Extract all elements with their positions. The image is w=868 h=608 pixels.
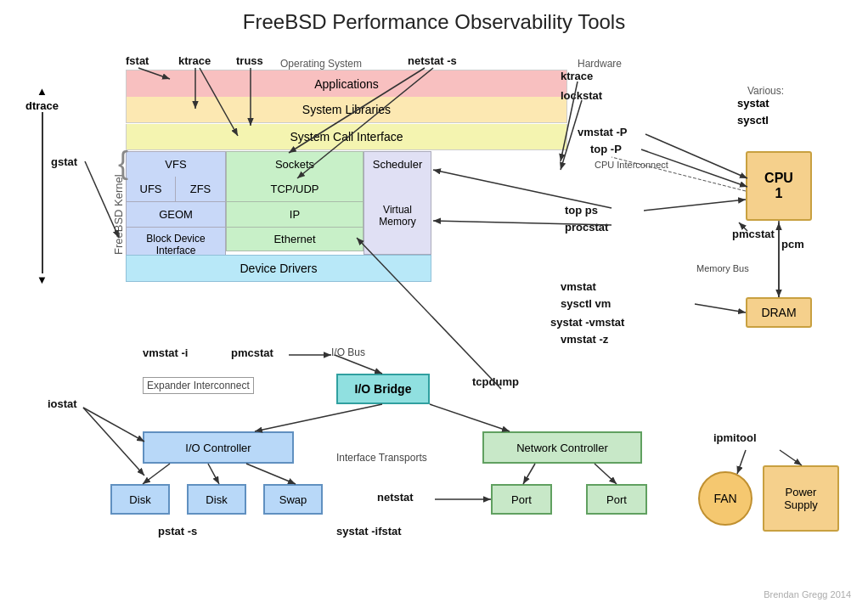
page: FreeBSD Performance Observability Tools … <box>0 0 868 608</box>
pcm-label: pcm <box>781 238 804 251</box>
power-supply-label: Power Supply <box>784 486 818 511</box>
dtrace-label-top: ▲ <box>37 85 48 98</box>
pmcstat-bottom-label: pmcstat <box>231 346 273 359</box>
iostat-label: iostat <box>48 397 77 410</box>
cpu-box: CPU 1 <box>746 151 812 221</box>
vmstat-label: vmstat <box>561 280 596 293</box>
expander-interconnect-label: Expander Interconnect <box>143 377 254 394</box>
cell-vfs: VFS <box>126 151 226 177</box>
io-bus-label: I/O Bus <box>331 346 365 358</box>
io-bridge-box: I/O Bridge <box>336 374 430 404</box>
procstat-label: procstat <box>565 221 608 234</box>
cell-zfs: ZFS <box>176 177 226 202</box>
fstat-label: fstat <box>126 54 149 67</box>
ipmitool-label: ipmitool <box>713 431 757 444</box>
ktrace-hw-label: ktrace <box>561 70 593 82</box>
svg-line-30 <box>595 464 617 484</box>
io-controller-box: I/O Controller <box>143 431 294 464</box>
page-title: FreeBSD Performance Observability Tools <box>0 0 868 41</box>
layer-system-libraries: System Libraries <box>126 97 567 123</box>
systat-vmstat-label: systat -vmstat <box>550 316 624 329</box>
pmcstat-top-label: pmcstat <box>732 228 775 240</box>
svg-line-24 <box>83 408 144 442</box>
hw-section-label: Hardware <box>578 58 622 70</box>
svg-line-32 <box>737 450 746 474</box>
dram-box: DRAM <box>746 297 812 328</box>
svg-line-33 <box>780 450 802 465</box>
svg-line-26 <box>143 464 170 484</box>
fan-circle: FAN <box>698 471 752 526</box>
cell-virtual-memory: Virtual Memory <box>364 177 431 255</box>
dtrace-arrow-down: ▼ <box>37 273 48 286</box>
cell-sockets: Sockets <box>226 151 364 177</box>
top-p-label: top -P <box>590 143 622 155</box>
svg-line-22 <box>255 404 382 431</box>
sysctl-label: sysctl <box>737 114 769 127</box>
disk2-box: Disk <box>187 484 246 515</box>
port1-box: Port <box>491 484 552 515</box>
layer-syscall: System Call Interface <box>126 124 567 150</box>
pstat-s-label: pstat -s <box>158 525 197 538</box>
ktrace-top-label: ktrace <box>178 54 211 67</box>
truss-label: truss <box>236 54 263 67</box>
svg-line-17 <box>695 304 746 312</box>
svg-line-14 <box>644 200 746 211</box>
vmstat-p-label: vmstat -P <box>578 126 628 138</box>
systat-label: systat <box>737 97 769 110</box>
top-ps-label: top ps <box>565 204 598 217</box>
cpu-interconnect-label: CPU Interconnect <box>595 160 668 170</box>
memory-bus-label: Memory Bus <box>696 263 749 273</box>
lockstat-label: lockstat <box>561 89 602 102</box>
gstat-label: gstat <box>51 155 77 168</box>
cell-geom: GEOM <box>126 202 226 228</box>
dtrace-label-text: dtrace <box>25 99 59 112</box>
network-controller-box: Network Controller <box>482 431 642 464</box>
power-supply-box: Power Supply <box>763 465 839 532</box>
systat-ifstat-label: systat -ifstat <box>336 525 402 538</box>
swap-box: Swap <box>263 484 323 515</box>
credit-label: Brendan Gregg 2014 <box>764 589 851 600</box>
dtrace-line <box>42 112 43 273</box>
disk1-box: Disk <box>110 484 170 515</box>
sysctl-vm-label: sysctl vm <box>561 297 611 310</box>
svg-line-25 <box>83 408 144 476</box>
interface-transports-label: Interface Transports <box>336 452 427 464</box>
svg-line-29 <box>523 464 535 484</box>
layer-applications: Applications <box>126 70 567 99</box>
brace-left: { <box>118 148 128 178</box>
cell-ufs: UFS <box>126 177 176 202</box>
netstat-bottom-label: netstat <box>377 491 414 504</box>
svg-line-23 <box>430 404 510 431</box>
svg-line-10 <box>645 134 747 178</box>
vmstat-i-label: vmstat -i <box>143 346 188 359</box>
port2-box: Port <box>586 484 647 515</box>
netstat-s-label: netstat -s <box>408 54 457 67</box>
dtrace-arrow-container: ▲ dtrace ▼ <box>25 85 59 286</box>
os-section-label: Operating System <box>280 58 362 70</box>
svg-line-27 <box>208 464 219 484</box>
vmstat-z-label: vmstat -z <box>561 333 608 346</box>
svg-line-12 <box>433 170 612 208</box>
layer-device-drivers: Device Drivers <box>126 255 431 282</box>
cpu-label: CPU 1 <box>764 171 793 201</box>
tcpdump-label: tcpdump <box>472 375 519 388</box>
svg-line-28 <box>246 464 296 484</box>
cell-ip: IP <box>226 202 364 228</box>
cell-ethernet: Ethernet <box>226 228 364 251</box>
cell-scheduler: Scheduler <box>364 151 431 177</box>
various-tools: systat sysctl <box>737 95 769 128</box>
cell-tcpudp: TCP/UDP <box>226 177 364 202</box>
